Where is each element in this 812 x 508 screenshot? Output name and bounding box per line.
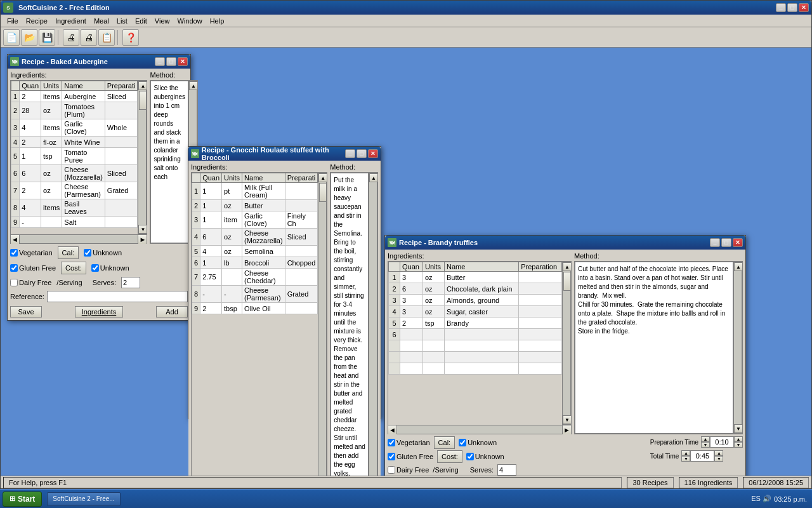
- menu-edit[interactable]: Edit: [131, 16, 151, 26]
- recipe3-close[interactable]: ✕: [733, 238, 743, 247]
- recipe1-add-button[interactable]: Add: [156, 306, 188, 318]
- recipe3-scroll-right[interactable]: ►: [562, 425, 571, 434]
- recipe1-vegetarian-label: Vegetarian: [19, 249, 53, 257]
- recipe3-maximize[interactable]: □: [721, 238, 731, 247]
- app-maximize-button[interactable]: □: [787, 3, 797, 12]
- recipe-window-2: 🍽 Recipe - Gnocchi Roulade stuffed with …: [188, 146, 381, 419]
- preptime-up2[interactable]: ▲: [734, 436, 743, 442]
- recipe3-preptime-input[interactable]: [710, 436, 734, 448]
- totaltime-up2[interactable]: ▲: [714, 450, 723, 456]
- recipe3-glutenfree-checkbox[interactable]: [388, 453, 395, 460]
- table-row: 51tspTomato Puree: [11, 148, 138, 165]
- help-toolbar-button[interactable]: ❓: [122, 29, 139, 46]
- save-toolbar-button[interactable]: 💾: [39, 29, 55, 46]
- preptime-up[interactable]: ▲: [701, 436, 710, 442]
- status-ingredients: 116 Ingredients: [679, 477, 738, 488]
- preptime-down[interactable]: ▼: [701, 442, 710, 448]
- totaltime-down[interactable]: ▼: [681, 456, 690, 462]
- table-row: 13ozButter: [389, 272, 562, 283]
- recipe3-unknown2-label: Unknown: [475, 453, 504, 460]
- preptime-down2[interactable]: ▼: [734, 442, 743, 448]
- recipe3-method-text: Cut butter and half of the chocolate int…: [575, 262, 733, 434]
- recipe1-reference-label: Reference:: [10, 293, 44, 300]
- recipe1-unknown2-label: Unknown: [100, 264, 129, 272]
- recipe3-title: Recipe - Brandy truffles: [399, 239, 478, 246]
- recipe3-scrollbar-v[interactable]: ▲ ▼: [562, 262, 571, 425]
- recipe3-cost-button[interactable]: Cost:: [437, 450, 462, 463]
- print-button[interactable]: 🖨: [63, 29, 79, 46]
- recipe3-minimize[interactable]: _: [710, 238, 720, 247]
- recipe1-serves-input[interactable]: [121, 277, 140, 288]
- recipe3-cal-button[interactable]: Cal:: [434, 436, 455, 449]
- table-row: 26ozChocolate, dark plain: [389, 283, 562, 295]
- scroll-right[interactable]: ►: [138, 235, 147, 244]
- recipe2-icon: 🍽: [191, 149, 199, 158]
- recipe2-scrollbar-v[interactable]: ▲ ▼: [318, 173, 327, 476]
- scroll-left[interactable]: ◄: [11, 235, 20, 244]
- print3-button[interactable]: 📋: [98, 29, 115, 46]
- scroll-down[interactable]: ▼: [138, 225, 147, 234]
- open-button[interactable]: 📂: [21, 29, 37, 46]
- print2-button[interactable]: 🖨: [81, 29, 97, 46]
- recipe1-vegetarian-checkbox[interactable]: [10, 249, 18, 257]
- menu-file[interactable]: File: [3, 16, 22, 26]
- recipe3-scroll-left[interactable]: ◄: [388, 425, 397, 434]
- table-row: 84itemsBasil Leaves: [11, 199, 138, 217]
- menu-list[interactable]: List: [113, 16, 131, 26]
- start-button[interactable]: ⊞ Start: [3, 491, 42, 507]
- recipe1-cal-button[interactable]: Cal:: [58, 246, 79, 259]
- menu-help[interactable]: Help: [206, 16, 228, 26]
- recipe3-unknown1-checkbox[interactable]: [459, 439, 466, 446]
- recipe2-minimize[interactable]: _: [345, 149, 355, 158]
- recipe1-close[interactable]: ✕: [178, 57, 188, 66]
- recipe1-save-button[interactable]: Save: [10, 306, 42, 318]
- recipe2-title-bar: 🍽 Recipe - Gnocchi Roulade stuffed with …: [188, 147, 381, 161]
- recipe1-unknown1-checkbox[interactable]: [84, 249, 91, 257]
- app-minimize-button[interactable]: _: [776, 3, 786, 12]
- recipe1-unknown2-checkbox[interactable]: [91, 264, 99, 272]
- recipe3-dairyfree-checkbox[interactable]: [388, 466, 395, 474]
- recipe3-glutenfree-label: Gluten Free: [396, 453, 433, 460]
- menu-window[interactable]: Window: [174, 16, 206, 26]
- recipe3-method-scrollbar[interactable]: ▲ ▼: [733, 262, 742, 434]
- table-row: 54ozSemolina: [192, 246, 318, 257]
- recipe1-title: Recipe - Baked Aubergine: [22, 58, 108, 65]
- scroll-up[interactable]: ▲: [138, 81, 147, 90]
- recipe2-close[interactable]: ✕: [368, 149, 378, 158]
- menu-meal[interactable]: Meal: [90, 16, 113, 26]
- recipe2-maximize[interactable]: □: [357, 149, 367, 158]
- recipe3-unknown2-checkbox[interactable]: [466, 453, 474, 460]
- totaltime-down2[interactable]: ▼: [714, 456, 723, 462]
- table-row: 52tspBrandy: [389, 318, 562, 329]
- recipe1-scrollbar-v[interactable]: ▲ ▼: [138, 81, 147, 234]
- clock: 03:25 p.m.: [774, 495, 807, 503]
- totaltime-up[interactable]: ▲: [681, 450, 690, 456]
- recipe3-vegetarian-checkbox[interactable]: [388, 439, 395, 446]
- new-button[interactable]: 📄: [3, 29, 20, 46]
- app-icon: S: [3, 3, 13, 13]
- table-row: [389, 340, 562, 352]
- table-row: [389, 363, 562, 375]
- app-close-button[interactable]: ✕: [799, 3, 809, 12]
- recipe1-reference-input[interactable]: [47, 291, 188, 302]
- recipe1-serves-label: Serves:: [93, 279, 116, 286]
- recipe1-dairyfree-checkbox[interactable]: [10, 279, 18, 286]
- recipe1-ingredients-button[interactable]: Ingredients: [75, 306, 123, 318]
- taskbar-softcuisine[interactable]: SoftCuisine 2 - Free...: [47, 492, 120, 506]
- recipe1-cost-button[interactable]: Cost:: [61, 262, 86, 274]
- recipe1-maximize[interactable]: □: [166, 57, 176, 66]
- table-row: 92tbspOlive Oil: [192, 303, 318, 314]
- menu-recipe[interactable]: Recipe: [22, 16, 51, 26]
- menu-ingredient[interactable]: Ingredient: [51, 16, 90, 26]
- recipe1-minimize[interactable]: _: [155, 57, 165, 66]
- recipe2-method-scrollbar[interactable]: ▲ ▼: [369, 173, 377, 476]
- recipe1-glutenfree-checkbox[interactable]: [10, 264, 18, 272]
- table-row: 72ozCheese (Parmesan)Grated: [11, 182, 138, 199]
- table-row: 21ozButter: [192, 200, 318, 211]
- taskbar-items: SoftCuisine 2 - Free...: [47, 492, 746, 506]
- table-row: 12itemsAubergineSliced: [11, 91, 138, 102]
- recipe3-totaltime-input[interactable]: [690, 450, 714, 462]
- status-help: For Help, press F1: [3, 477, 622, 488]
- recipe3-serves-input[interactable]: [497, 464, 516, 476]
- menu-view[interactable]: View: [151, 16, 174, 26]
